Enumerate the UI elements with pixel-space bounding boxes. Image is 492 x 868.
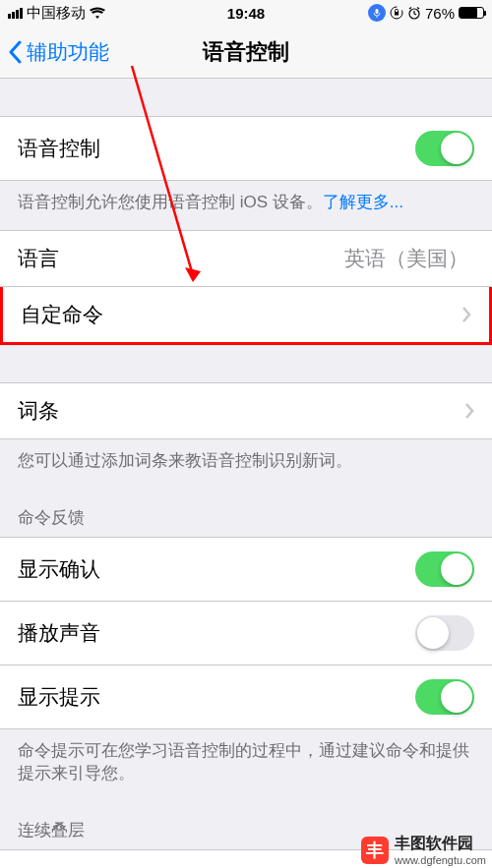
overlay-label: 叠层: [18, 864, 59, 868]
status-bar: 中国移动 19:48 76%: [0, 0, 492, 26]
status-right: 76%: [368, 4, 484, 22]
signal-icon: [8, 8, 23, 19]
wifi-icon: [90, 7, 105, 19]
voice-control-row: 语音控制: [0, 116, 492, 181]
vocabulary-footer: 您可以通过添加词条来教语音控制识别新词。: [0, 439, 492, 489]
play-sound-label: 播放声音: [18, 619, 100, 647]
chevron-left-icon: [8, 40, 23, 64]
mic-icon: [368, 4, 386, 22]
language-row[interactable]: 语言 英语（美国）: [0, 230, 492, 287]
battery-icon: [459, 7, 484, 19]
nav-bar: 辅助功能 语音控制: [0, 26, 492, 79]
feedback-footer: 命令提示可在您学习语音控制的过程中，通过建议命令和提供提示来引导您。: [0, 729, 492, 802]
play-sound-row: 播放声音: [0, 602, 492, 665]
status-left: 中国移动: [8, 4, 105, 23]
show-hints-switch[interactable]: [415, 679, 474, 715]
back-button[interactable]: 辅助功能: [8, 38, 109, 66]
play-sound-switch[interactable]: [415, 615, 474, 651]
watermark: 丰 丰图软件园 www.dgfengtu.com: [361, 834, 486, 866]
svg-rect-2: [395, 12, 399, 16]
voice-control-switch[interactable]: [415, 131, 474, 166]
voice-control-label: 语音控制: [18, 135, 100, 162]
vocabulary-row[interactable]: 词条: [0, 382, 492, 439]
show-hints-row: 显示提示: [0, 665, 492, 729]
custom-commands-row[interactable]: 自定命令: [0, 287, 492, 345]
feedback-header: 命令反馈: [0, 489, 492, 537]
show-confirm-row: 显示确认: [0, 537, 492, 602]
carrier-label: 中国移动: [27, 4, 86, 23]
custom-commands-label: 自定命令: [21, 301, 103, 328]
lock-icon: [390, 6, 403, 20]
back-label: 辅助功能: [27, 38, 109, 66]
language-value: 英语（美国）: [344, 245, 468, 272]
vocabulary-label: 词条: [18, 397, 59, 425]
language-label: 语言: [18, 245, 59, 272]
show-confirm-switch[interactable]: [415, 551, 474, 587]
alarm-icon: [407, 6, 421, 20]
watermark-badge: 丰: [361, 837, 389, 864]
learn-more-link[interactable]: 了解更多...: [323, 193, 403, 211]
svg-rect-0: [375, 9, 378, 14]
chevron-right-icon: [461, 306, 471, 323]
voice-control-footer: 语音控制允许您使用语音控制 iOS 设备。了解更多...: [0, 181, 492, 230]
battery-pct: 76%: [425, 5, 455, 22]
chevron-right-icon: [464, 402, 474, 420]
status-time: 19:48: [227, 5, 265, 22]
watermark-name: 丰图软件园: [395, 834, 486, 854]
show-hints-label: 显示提示: [18, 683, 100, 711]
show-confirm-label: 显示确认: [18, 555, 100, 583]
watermark-url: www.dgfengtu.com: [395, 854, 486, 866]
page-title: 语音控制: [203, 37, 289, 67]
